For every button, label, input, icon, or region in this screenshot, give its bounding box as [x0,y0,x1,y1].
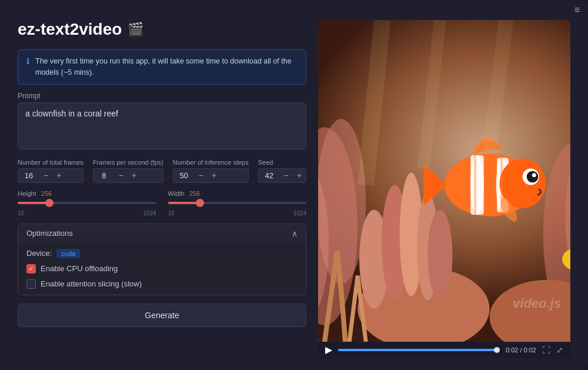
app-title-section: ez-text2video 🎬 [18,20,306,39]
optimizations-title: Optimizations [26,229,73,238]
chevron-up-icon: ∧ [292,229,298,238]
fps-value: 8 [93,169,115,182]
cpu-offloading-row: Enable CPU offloading [26,264,298,274]
height-fill [18,202,49,204]
fps-stepper: 8 − + [93,168,163,183]
app-title: ez-text2video [18,20,122,39]
inference-decrement[interactable]: − [195,169,208,182]
optimizations-section: Optimizations ∧ Device: cuda Enable CPU … [18,224,306,295]
height-label: Height [18,190,36,197]
seed-value: 42 [259,169,280,182]
video-scene [318,20,570,342]
expand-button[interactable]: ⤢ [556,345,563,355]
svg-point-20 [527,171,539,183]
time-current: 0:02 [506,346,518,354]
attention-slicing-label: Enable attention slicing (slow) [41,279,142,288]
width-slider-header: Width 256 [168,190,307,197]
main-content: ez-text2video 🎬 ℹ The very first time yo… [0,20,588,370]
progress-bar[interactable] [338,349,500,351]
device-row: Device: cuda [26,249,298,258]
seed-control: Seed 42 − + [258,159,306,183]
height-track [18,202,156,204]
height-slider-container[interactable] [18,199,156,206]
fps-increment[interactable]: + [128,169,141,182]
height-slider-header: Height 256 [18,190,156,197]
play-button[interactable]: ▶ [325,345,332,355]
svg-rect-22 [474,155,476,215]
title-bar: ≡ [0,0,588,20]
width-max: 1024 [293,210,306,216]
progress-dot [494,347,500,353]
fps-control: Frames per second (fps) 8 − + [93,159,163,183]
left-panel: ez-text2video 🎬 ℹ The very first time yo… [18,20,306,358]
prompt-input[interactable]: a clownfish in a coral reef [18,102,306,149]
frames-increment[interactable]: + [52,169,65,182]
device-label: Device: [26,249,52,258]
generate-button[interactable]: Generate [18,304,306,327]
height-min: 16 [18,210,24,216]
width-slider-group: Width 256 16 1024 [168,190,307,216]
seed-decrement[interactable]: − [280,169,293,182]
fullscreen-toggle-button[interactable]: ⛶ [542,345,550,355]
inference-control: Number of inference steps 50 − + [173,159,249,183]
inference-value: 50 [173,169,195,182]
right-panel: video.js ▶ 0:02 / 0:02 ⛶ ⤢ [318,20,570,358]
svg-rect-23 [500,158,503,212]
seed-stepper: 42 − + [258,168,306,183]
app-window: ≡ ez-text2video 🎬 ℹ The very first time … [0,0,588,370]
time-display: 0:02 / 0:02 [506,346,536,354]
height-value: 256 [41,190,52,197]
height-max: 1024 [143,210,156,216]
video-container: video.js [318,20,570,342]
height-thumb[interactable] [45,199,54,207]
info-banner: ℹ The very first time you run this app, … [18,49,306,85]
info-text: The very first time you run this app, it… [35,56,298,78]
height-range-labels: 16 1024 [18,210,156,216]
height-slider-group: Height 256 16 1024 [18,190,156,216]
width-thumb[interactable] [196,199,204,207]
inference-stepper: 50 − + [173,168,249,183]
attention-slicing-checkbox[interactable] [26,279,36,289]
width-slider-container[interactable] [168,199,307,206]
seed-increment[interactable]: + [293,169,306,182]
sliders-row: Height 256 16 1024 [18,190,306,216]
progress-fill [338,349,500,351]
frames-control: Number of total frames 16 − + [18,159,83,183]
width-range-labels: 16 1024 [168,210,307,216]
cpu-offloading-checkbox[interactable] [26,264,36,274]
frames-value: 16 [18,169,39,182]
prompt-section: Prompt a clownfish in a coral reef [18,92,306,152]
fps-decrement[interactable]: − [115,169,128,182]
controls-row: Number of total frames 16 − + Frames per… [18,159,306,183]
menu-icon[interactable]: ≡ [574,5,581,15]
info-icon: ℹ [26,56,29,66]
frames-decrement[interactable]: − [39,169,52,182]
inference-label: Number of inference steps [173,159,249,166]
attention-slicing-row: Enable attention slicing (slow) [26,279,298,289]
svg-point-21 [532,173,536,177]
video-controls: ▶ 0:02 / 0:02 ⛶ ⤢ [318,342,570,358]
svg-point-12 [427,210,452,301]
frames-stepper: 16 − + [18,168,83,183]
width-min: 16 [168,210,175,216]
prompt-label: Prompt [18,92,306,100]
optimizations-body: Device: cuda Enable CPU offloading Enabl… [18,243,306,295]
svg-rect-15 [470,155,483,215]
frames-label: Number of total frames [18,159,83,166]
width-label: Width [168,190,185,197]
seed-label: Seed [258,159,306,166]
cpu-offloading-label: Enable CPU offloading [41,264,118,273]
time-total: 0:02 [524,346,536,354]
width-value: 256 [189,190,200,197]
width-track [168,202,307,204]
width-fill [168,202,200,204]
optimizations-header[interactable]: Optimizations ∧ [18,224,306,243]
device-badge: cuda [56,249,80,258]
app-title-icon: 🎬 [128,22,143,37]
fps-label: Frames per second (fps) [93,159,163,166]
inference-increment[interactable]: + [208,169,220,182]
